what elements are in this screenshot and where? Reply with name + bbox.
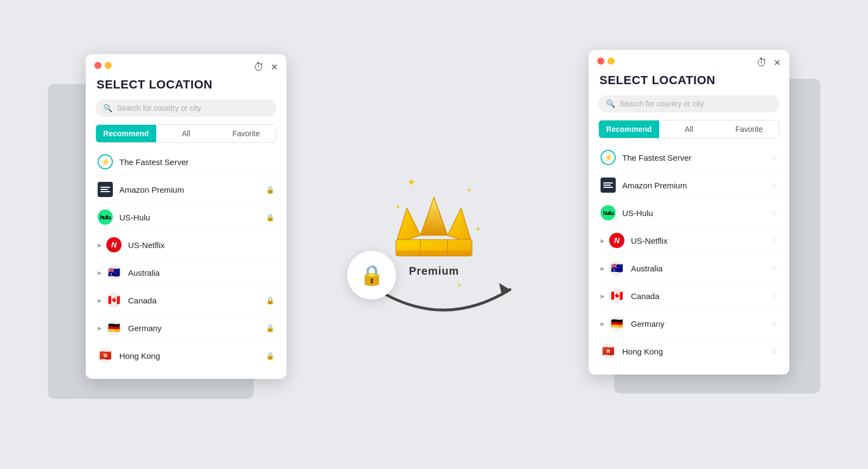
- star-icon[interactable]: ☆: [770, 236, 777, 245]
- lock-icon: 🔒: [266, 296, 275, 305]
- list-item[interactable]: 🇭🇰 Hong Kong ☆: [598, 338, 780, 365]
- star-icon[interactable]: ☆: [770, 346, 777, 356]
- right-search-bar[interactable]: 🔍 Search for country or city: [598, 95, 780, 112]
- star-icon[interactable]: ☆: [770, 180, 777, 190]
- expand-arrow-icon: ▶: [601, 293, 605, 299]
- expand-arrow-icon: ▶: [601, 265, 605, 271]
- list-item[interactable]: ⚡ The Fastest Server ☆: [598, 144, 780, 172]
- svg-rect-4: [396, 251, 472, 256]
- lock-icon: 🔒: [266, 324, 275, 332]
- amazon-icon: [98, 182, 113, 197]
- left-search-placeholder: Search for country or city: [117, 104, 201, 112]
- right-window-content: SELECT LOCATION 🔍 Search for country or …: [589, 73, 789, 375]
- list-item[interactable]: ⚡ The Fastest Server: [95, 148, 277, 176]
- right-select-location-title: SELECT LOCATION: [598, 73, 780, 87]
- right-title-bar: ⏱ ✕: [589, 50, 789, 73]
- germany-flag: 🇩🇪: [106, 320, 122, 335]
- right-tabs: Recommend All Favorite: [598, 120, 780, 138]
- left-tab-all[interactable]: All: [156, 125, 216, 142]
- fastest-server-icon: ⚡: [601, 150, 616, 165]
- sparkle-icon: ●: [396, 203, 400, 210]
- fastest-server-icon: ⚡: [98, 154, 113, 169]
- location-name: US-Netflix: [128, 240, 275, 250]
- location-name: The Fastest Server: [622, 153, 764, 162]
- left-tab-recommend[interactable]: Recommend: [96, 125, 156, 142]
- netflix-icon: N: [609, 233, 624, 248]
- star-icon[interactable]: ☆: [770, 291, 777, 301]
- list-item[interactable]: hulu US-Hulu 🔒: [95, 204, 277, 231]
- lock-icon: 🔒: [266, 352, 275, 360]
- left-tl-yellow[interactable]: [105, 62, 112, 69]
- list-item[interactable]: hulu US-Hulu ☆: [598, 199, 780, 227]
- right-tab-all[interactable]: All: [659, 121, 719, 138]
- location-name: US-Netflix: [631, 236, 764, 245]
- amazon-icon: [601, 178, 616, 193]
- germany-flag: 🇩🇪: [609, 316, 624, 331]
- scene: ⏱ ✕ SELECT LOCATION 🔍 Search for country…: [0, 0, 868, 469]
- list-item[interactable]: ▶ 🇩🇪 Germany ☆: [598, 310, 780, 338]
- left-search-bar[interactable]: 🔍 Search for country or city: [95, 99, 277, 117]
- location-name: Germany: [128, 324, 259, 333]
- right-search-placeholder: Search for country or city: [620, 99, 704, 108]
- left-speedometer-icon[interactable]: ⏱: [253, 61, 264, 73]
- sparkle-icon: ✦: [467, 187, 472, 194]
- hulu-icon: hulu: [601, 205, 616, 220]
- star-icon[interactable]: ☆: [770, 263, 777, 273]
- hongkong-flag: 🇭🇰: [601, 344, 616, 359]
- star-icon[interactable]: ☆: [770, 319, 777, 328]
- svg-marker-1: [420, 198, 448, 236]
- list-item[interactable]: ▶ N US-Netflix: [95, 231, 277, 259]
- left-location-list: ⚡ The Fastest Server Amazon Premium 🔒: [95, 148, 277, 369]
- hulu-icon: hulu: [98, 210, 113, 225]
- sparkle-icon: ●: [476, 225, 480, 232]
- left-traffic-lights: [94, 62, 112, 69]
- center-content: ✦ ✦ ● ● ✦: [391, 192, 477, 277]
- list-item[interactable]: ▶ 🇦🇺 Australia: [95, 259, 277, 287]
- list-item[interactable]: ▶ 🇨🇦 Canada ☆: [598, 282, 780, 310]
- expand-arrow-icon: ▶: [601, 238, 605, 244]
- right-speedometer-icon[interactable]: ⏱: [756, 56, 767, 69]
- left-close-button[interactable]: ✕: [271, 63, 278, 72]
- list-item[interactable]: Amazon Premium ☆: [598, 172, 780, 199]
- lock-icon: 🔒: [266, 186, 275, 194]
- svg-marker-2: [448, 208, 472, 244]
- canada-flag: 🇨🇦: [106, 293, 122, 308]
- location-name: Canada: [631, 291, 764, 301]
- list-item[interactable]: Amazon Premium 🔒: [95, 176, 277, 204]
- left-search-icon: 🔍: [103, 104, 112, 112]
- left-title-bar-actions: ⏱ ✕: [253, 61, 278, 73]
- left-tl-red[interactable]: [94, 62, 101, 69]
- crown-svg: [391, 192, 477, 263]
- expand-arrow-icon: ▶: [98, 270, 102, 276]
- list-item[interactable]: ▶ 🇦🇺 Australia ☆: [598, 255, 780, 282]
- expand-arrow-icon: ▶: [601, 321, 605, 327]
- right-tl-red[interactable]: [597, 58, 604, 65]
- lock-overlay-circle: 🔒: [347, 251, 396, 300]
- list-item[interactable]: ▶ 🇨🇦 Canada 🔒: [95, 287, 277, 314]
- location-name: Amazon Premium: [119, 185, 259, 194]
- right-tab-recommend[interactable]: Recommend: [599, 121, 659, 138]
- left-tab-favorite[interactable]: Favorite: [216, 125, 276, 142]
- right-tab-favorite[interactable]: Favorite: [719, 121, 779, 138]
- hongkong-flag: 🇭🇰: [98, 348, 113, 363]
- location-name: US-Hulu: [119, 213, 259, 222]
- right-vpn-window: ⏱ ✕ SELECT LOCATION 🔍 Search for country…: [589, 50, 789, 375]
- list-item[interactable]: ▶ N US-Netflix ☆: [598, 227, 780, 255]
- location-name: Germany: [631, 319, 764, 328]
- list-item[interactable]: ▶ 🇩🇪 Germany 🔒: [95, 314, 277, 342]
- star-icon[interactable]: ☆: [770, 208, 777, 218]
- left-tabs: Recommend All Favorite: [95, 124, 277, 143]
- right-close-button[interactable]: ✕: [774, 59, 781, 67]
- lock-overlay-icon: 🔒: [360, 264, 384, 287]
- right-search-icon: 🔍: [606, 99, 615, 108]
- lock-icon: 🔒: [266, 213, 275, 221]
- right-tl-yellow[interactable]: [608, 58, 615, 65]
- star-icon[interactable]: ☆: [770, 153, 777, 162]
- list-item[interactable]: 🇭🇰 Hong Kong 🔒: [95, 342, 277, 369]
- sparkle-icon: ✦: [407, 176, 416, 189]
- expand-arrow-icon: ▶: [98, 242, 102, 248]
- left-window-content: SELECT LOCATION 🔍 Search for country or …: [86, 78, 286, 379]
- location-name: US-Hulu: [622, 208, 764, 218]
- location-name: The Fastest Server: [119, 157, 275, 167]
- left-select-location-title: SELECT LOCATION: [95, 78, 277, 92]
